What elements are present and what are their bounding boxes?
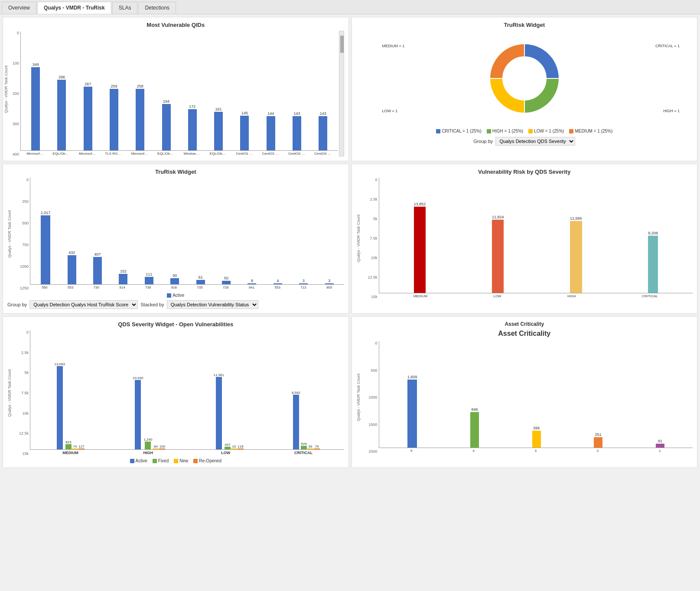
bar-col: 152 — [119, 269, 127, 284]
bar-col: 437 — [225, 443, 231, 449]
x-label: MEDIUM — [413, 294, 427, 298]
bar-col: 11,566 — [570, 216, 582, 293]
y-tick: 0 — [363, 341, 378, 345]
legend-item: Active — [130, 458, 147, 463]
bar-col: 90 — [170, 273, 179, 284]
y-tick: 12.5k — [14, 431, 29, 435]
x-label: Microsoft Windows... — [131, 152, 149, 156]
trb-groupby-select[interactable]: Qualys Detection Qualys Host TruRisk Sco… — [29, 300, 138, 309]
most-vulnerable-widget: Most Vulnerable QIDs 4003002001000 34929… — [3, 17, 349, 161]
bar-col: 11,824 — [492, 215, 504, 293]
trb-stackedby-select[interactable]: Qualys Detection Vulnerability Status — [167, 300, 258, 309]
y-tick: 100 — [7, 61, 19, 65]
bar-group: 13,09382374127 — [55, 362, 85, 449]
y-tick: 7.5k — [14, 391, 29, 395]
legend-item: Re-Opened — [193, 458, 221, 463]
bar-group: 11,36143710118 — [213, 373, 243, 449]
legend-label: CRITICAL = 1 (25%) — [442, 129, 482, 133]
y-tick: 0 — [7, 31, 19, 35]
x-label: CentOS Security U... — [262, 152, 280, 156]
donut-label-medium: MEDIUM = 1 — [382, 44, 405, 48]
trb-stackedby-label: Stacked by — [140, 302, 164, 307]
legend-color — [487, 129, 491, 133]
x-label: Microsoft Windows... — [79, 152, 96, 156]
bar-col: 258 — [136, 84, 144, 150]
bar-col: 127 — [78, 445, 85, 449]
legend-item: CRITICAL = 1 (25%) — [436, 129, 482, 133]
y-tick: 1250 — [14, 286, 29, 290]
x-label: CRITICAL — [264, 451, 342, 455]
tab-slas[interactable]: SLAs — [112, 2, 138, 14]
y-tick: 10k — [14, 411, 29, 416]
y-tick: 15k — [363, 295, 378, 299]
x-label: 3 — [535, 449, 537, 453]
legend-color — [167, 293, 171, 298]
x-label: 735 — [197, 286, 202, 289]
x-label: 4 — [472, 449, 474, 453]
x-label: 553 — [68, 286, 73, 289]
most-vulnerable-title: Most Vulnerable QIDs — [7, 22, 344, 28]
legend-color — [436, 129, 440, 133]
bar-col: 50 — [222, 276, 231, 284]
x-label: LOW — [493, 294, 501, 298]
tab-overview[interactable]: Overview — [2, 2, 36, 14]
tab-qualys---vmdr---trurisk[interactable]: Qualys - VMDR - TruRisk — [37, 2, 111, 14]
bar-col: 349 — [31, 62, 40, 150]
bar-col: 9,208 — [648, 231, 658, 293]
legend-label: Re-Opened — [199, 458, 221, 463]
bar-col: 1,609 — [407, 375, 417, 448]
bar-col: 296 — [57, 75, 66, 150]
bar-col: 13,852 — [414, 202, 426, 293]
x-label: 1 — [659, 449, 661, 453]
y-tick: 2.5k — [14, 351, 29, 355]
y-tick: 2000 — [363, 449, 378, 454]
legend-item: Fixed — [153, 458, 169, 463]
legend-color — [153, 459, 157, 463]
x-label: 713 — [300, 286, 306, 289]
legend-label: LOW = 1 (25%) — [534, 129, 564, 133]
x-label: HIGH — [567, 294, 576, 298]
y-tick: 750 — [14, 243, 29, 247]
y-tick: 300 — [7, 122, 19, 126]
bar-col: 4 — [273, 279, 282, 284]
donut-segment — [490, 44, 524, 78]
y-tick: 500 — [14, 221, 29, 225]
bar-col: 13,093 — [55, 362, 65, 449]
x-label: Microsoft SMB Ser... — [26, 152, 44, 156]
y-tick: 7.5k — [363, 236, 378, 240]
bar-col: 79 — [314, 445, 320, 449]
bar-col: 144 — [267, 111, 275, 150]
x-label: CentOS Security U... — [236, 152, 253, 156]
bar-col: 74 — [72, 445, 78, 449]
x-label: CentOS Security U... — [314, 152, 332, 156]
ac-title: Asset Criticality — [356, 321, 693, 327]
tab-detections[interactable]: Detections — [138, 2, 176, 14]
legend-label: HIGH = 1 (25%) — [492, 129, 523, 133]
bar-col: 529 — [301, 442, 307, 449]
bar-col: 111 — [145, 272, 153, 284]
x-label: 905 — [326, 286, 332, 289]
bar-group: 8,5925293979 — [292, 391, 320, 449]
legend-label: New — [179, 458, 188, 463]
trb-yaxis: Qualys - VMDR Task Count — [7, 178, 14, 290]
mv-yaxis-label: Qualys - VMDR Task Count — [4, 65, 11, 113]
legend-item: Active — [167, 293, 184, 298]
trb-groupby-label: Group by — [7, 302, 27, 307]
bar-col: 143 — [319, 111, 327, 150]
bar-col: 10,930 — [133, 376, 143, 449]
y-tick: 400 — [7, 152, 19, 156]
y-tick: 12.5k — [363, 275, 378, 279]
bar-col: 194 — [162, 99, 171, 150]
group-by-select[interactable]: Qualys Detection QDS Severity — [495, 137, 575, 146]
x-label: 553 — [275, 286, 280, 289]
y-tick: 5k — [14, 370, 29, 375]
bar-col: 11,361 — [213, 373, 224, 449]
ac-yaxis: Qualys - VMDR Task Count — [356, 341, 363, 454]
legend-color — [193, 459, 198, 463]
bar-col: 118 — [238, 445, 244, 449]
x-label: EQL/Obsolete Oper... — [210, 152, 227, 156]
vuln-risk-widget: Vulnerability Risk by QDS Severity Qualy… — [352, 164, 698, 314]
bar-col: 846 — [470, 407, 479, 448]
bar-col: 84 — [153, 445, 159, 449]
y-tick: 5k — [363, 217, 378, 221]
